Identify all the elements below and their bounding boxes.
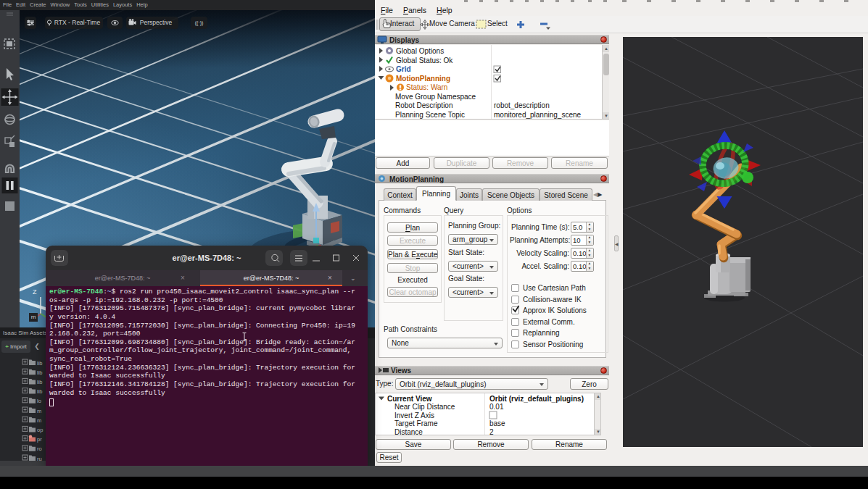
svg-text:base: base xyxy=(489,419,505,427)
svg-text:lib: lib xyxy=(37,369,43,376)
svg-text:m: m xyxy=(37,417,41,424)
svg-text:Current View: Current View xyxy=(387,395,432,403)
svg-text:lib: lib xyxy=(37,379,43,385)
svg-text:pr: pr xyxy=(37,436,42,443)
svg-text:Grid: Grid xyxy=(396,65,411,73)
svg-text:lib: lib xyxy=(37,360,43,367)
svg-text:MotionPlanning: MotionPlanning xyxy=(396,75,450,83)
svg-text:Planning Scene Topic: Planning Scene Topic xyxy=(395,111,465,119)
svg-text:Robot Description: Robot Description xyxy=(395,101,452,109)
svg-text:lib: lib xyxy=(37,388,43,395)
svg-text:Global Options: Global Options xyxy=(396,47,444,55)
svg-text:Distance: Distance xyxy=(394,428,423,436)
svg-text:m: m xyxy=(37,408,41,414)
svg-text:Status: Warn: Status: Warn xyxy=(406,83,447,91)
svg-text:Target Frame: Target Frame xyxy=(394,419,438,427)
svg-text:Z: Z xyxy=(33,288,37,296)
svg-text:monitored_planning_scene: monitored_planning_scene xyxy=(494,111,582,119)
svg-text:2: 2 xyxy=(489,428,494,436)
svg-text:0.01: 0.01 xyxy=(489,403,504,411)
svg-text:Near Clip Distance: Near Clip Distance xyxy=(394,403,455,411)
svg-text:op: op xyxy=(37,427,43,433)
svg-text:Global Status: Ok: Global Status: Ok xyxy=(396,57,453,64)
svg-text:Orbit (rviz_default_plugins): Orbit (rviz_default_plugins) xyxy=(489,395,584,403)
svg-text:ro: ro xyxy=(37,446,42,452)
svg-text:Move Group Namespace: Move Group Namespace xyxy=(395,93,476,101)
svg-text:robot_description: robot_description xyxy=(494,101,550,109)
svg-text:Invert Z Axis: Invert Z Axis xyxy=(394,411,434,419)
svg-text:lo: lo xyxy=(37,398,41,404)
